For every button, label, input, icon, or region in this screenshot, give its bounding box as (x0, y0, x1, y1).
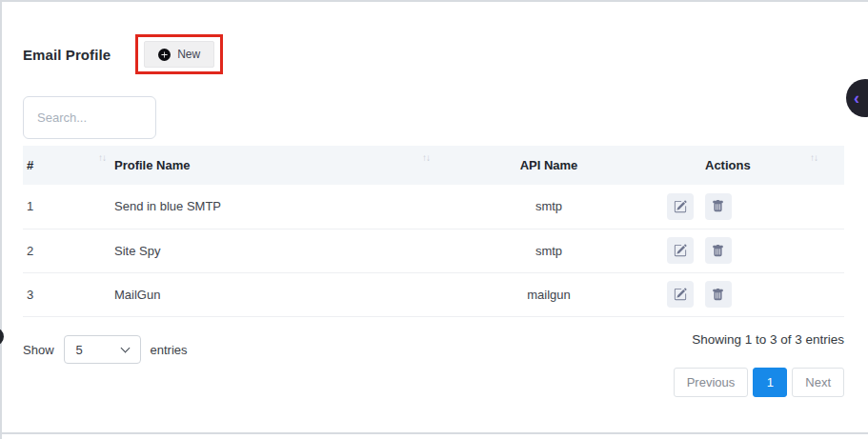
show-label: Show (23, 343, 54, 357)
sort-icon: ↑↓ (422, 153, 430, 163)
edit-button[interactable] (667, 193, 694, 220)
search-input[interactable] (23, 96, 156, 139)
profile-name-cell: MailGun (111, 272, 434, 316)
row-index: 1 (23, 185, 111, 229)
title-row: Email Profile New (23, 34, 223, 74)
edit-pencil-icon (674, 244, 687, 257)
edit-pencil-icon (674, 200, 687, 213)
trash-icon (712, 289, 724, 301)
edit-pencil-icon (674, 288, 687, 301)
plus-circle-icon (158, 49, 171, 61)
delete-button[interactable] (705, 237, 732, 264)
actions-cell (663, 272, 844, 316)
red-annotation-box: New (135, 34, 223, 74)
table-info-text: Showing 1 to 3 of 3 entries (692, 332, 844, 347)
delete-button[interactable] (705, 281, 732, 308)
column-header-profile-name[interactable]: Profile Name ↑↓ (111, 146, 434, 185)
left-border-line (0, 0, 2, 439)
next-page-button[interactable]: Next (792, 368, 844, 397)
left-edge-handle[interactable] (0, 328, 4, 346)
column-header-index[interactable]: # ↑↓ (23, 146, 111, 185)
api-name-cell: smtp (434, 229, 663, 272)
table-row: 2 Site Spy smtp (23, 229, 844, 272)
chevron-down-icon (120, 344, 130, 353)
sort-icon: ↑↓ (98, 153, 106, 163)
table-row: 1 Send in blue SMTP smtp (23, 185, 844, 229)
profile-name-cell: Site Spy (111, 229, 434, 272)
edit-button[interactable] (667, 237, 694, 264)
previous-page-button[interactable]: Previous (674, 368, 749, 397)
actions-cell (663, 185, 844, 229)
delete-button[interactable] (705, 193, 732, 220)
new-button[interactable]: New (144, 41, 214, 68)
column-header-api-name: API Name (434, 146, 663, 185)
page-1-button[interactable]: 1 (753, 368, 787, 397)
email-profile-page: Email Profile New # ↑↓ Profile (0, 0, 868, 439)
api-name-cell: smtp (434, 185, 663, 229)
table-row: 3 MailGun mailgun (23, 272, 844, 316)
customizer-toggle-button[interactable]: ‹ (846, 79, 868, 117)
bottom-border-line (0, 432, 868, 434)
actions-cell (663, 229, 844, 272)
page-length-value: 5 (76, 343, 83, 357)
profile-name-cell: Send in blue SMTP (111, 185, 434, 229)
email-profile-table: # ↑↓ Profile Name ↑↓ API Name Actions ↑↓… (23, 146, 844, 317)
pagination: Previous 1 Next (674, 368, 844, 397)
trash-icon (712, 245, 724, 257)
top-border-line (0, 0, 868, 2)
length-menu: Show 5 entries (23, 335, 188, 364)
new-button-label: New (177, 48, 200, 61)
edit-button[interactable] (667, 281, 694, 308)
sort-icon: ↑↓ (810, 153, 818, 163)
table-header-row: # ↑↓ Profile Name ↑↓ API Name Actions ↑↓ (23, 146, 844, 185)
chevron-left-icon: ‹ (854, 90, 859, 107)
column-header-actions[interactable]: Actions ↑↓ (663, 146, 844, 185)
row-index: 3 (23, 272, 111, 316)
entries-label: entries (151, 343, 188, 357)
trash-icon (712, 200, 724, 212)
row-index: 2 (23, 229, 111, 272)
api-name-cell: mailgun (434, 272, 663, 316)
page-length-select[interactable]: 5 (64, 335, 141, 364)
page-title: Email Profile (23, 47, 111, 63)
